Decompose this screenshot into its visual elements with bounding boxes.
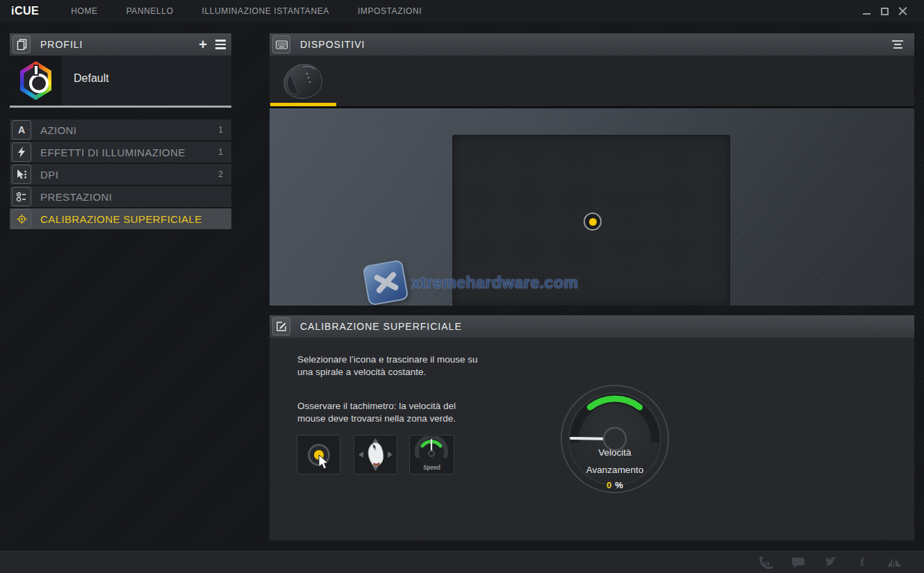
calibration-instruction-2: Osservare il tachimetro: la velocità del… [297, 400, 481, 424]
speed-gauge-thumbnail: Speed [409, 435, 454, 474]
profile-name: Default [74, 72, 109, 85]
twitter-icon[interactable] [821, 555, 839, 570]
devices-panel-header: DISPOSITIVI [270, 33, 914, 56]
nav-illuminazione-istantanea[interactable]: ILLUMINAZIONE ISTANTANEA [202, 6, 329, 16]
profile-item-default[interactable]: Default [10, 56, 231, 106]
profiles-menu-icon[interactable] [215, 40, 226, 49]
calibration-pad [452, 135, 730, 306]
nav-impostazioni[interactable]: IMPOSTAZIONI [358, 6, 422, 16]
window-controls [862, 0, 907, 22]
profile-avatar [10, 56, 62, 106]
gauge-speed-label: Velocità [559, 447, 670, 458]
performance-sliders-icon [12, 187, 31, 206]
calibration-section-header: CALIBRAZIONE SUPERFICIALE [270, 315, 914, 338]
actions-icon: A [12, 120, 31, 140]
sidebar-item-label: EFFETTI DI ILLUMINAZIONE [40, 147, 218, 158]
speed-gauge: Velocità Avanzamento 0% [559, 383, 670, 495]
calibration-target-icon [12, 209, 31, 229]
add-profile-icon[interactable]: + [199, 38, 207, 51]
bottom-bar: 24 f [0, 551, 924, 573]
xtremehardware-logo-icon [362, 259, 409, 306]
close-icon[interactable] [898, 7, 907, 16]
corsair-logo-icon[interactable] [885, 555, 903, 570]
profiles-divider [10, 106, 231, 108]
gauge-progress-value-row: 0% [559, 480, 670, 490]
svg-text:24: 24 [764, 560, 770, 567]
calibration-section-title: CALIBRAZIONE SUPERFICIALE [300, 321, 462, 332]
sidebar-item-effetti-illuminazione[interactable]: EFFETTI DI ILLUMINAZIONE 1 [10, 142, 231, 163]
sidebar-item-label: DPI [40, 169, 218, 181]
mini-gauge-label: Speed [410, 464, 454, 471]
item-count-badge: 1 [218, 125, 223, 135]
edit-icon [272, 317, 290, 335]
item-count-badge: 1 [218, 147, 223, 157]
progress-value: 0 [607, 480, 611, 490]
progress-unit: % [615, 480, 623, 490]
icue-profile-logo-icon [19, 61, 53, 100]
support-24-icon[interactable]: 24 [757, 555, 775, 570]
mouse-cursor-icon [318, 454, 330, 471]
facebook-icon[interactable]: f [853, 555, 871, 570]
device-content-area: xtremehardware.com [270, 108, 914, 306]
devices-panel-title: DISPOSITIVI [300, 39, 365, 50]
profiles-panel-title: PROFILI [40, 39, 83, 50]
main-nav: HOME PANNELLO ILLUMINAZIONE ISTANTANEA I… [71, 6, 422, 16]
titlebar: iCUE HOME PANNELLO ILLUMINAZIONE ISTANTA… [0, 0, 924, 22]
sidebar-item-label: AZIONI [40, 124, 218, 136]
icue-logo: iCUE [11, 5, 39, 17]
calibration-instruction-1: Selezionare l’icona e trascinare il mous… [297, 354, 481, 378]
device-tabstrip [270, 56, 914, 107]
sidebar-item-calibrazione-superficiale[interactable]: CALIBRAZIONE SUPERFICIALE [10, 208, 231, 229]
calibration-content: Selezionare l’icona e trascinare il mous… [270, 338, 914, 540]
device-sort-icon[interactable] [892, 40, 903, 49]
sidebar-item-label: PRESTAZIONI [40, 191, 223, 203]
sidebar-item-azioni[interactable]: A AZIONI 1 [10, 119, 231, 140]
move-mouse-thumbnail [354, 435, 397, 474]
speed-gauge-dial [559, 383, 670, 495]
sidebar-item-label: CALIBRAZIONE SUPERFICIALE [40, 213, 223, 225]
tabstrip-edge [270, 106, 914, 108]
dpi-cursor-icon [12, 165, 31, 184]
gauge-progress-label: Avanzamento [559, 465, 670, 475]
maximize-icon[interactable] [880, 7, 889, 16]
profiles-icon [13, 35, 31, 53]
app-window: iCUE HOME PANNELLO ILLUMINAZIONE ISTANTA… [0, 0, 924, 573]
minimize-icon[interactable] [862, 7, 871, 16]
calibration-dot[interactable] [584, 213, 602, 231]
mouse-move-icon [356, 437, 395, 472]
chat-icon[interactable] [789, 555, 807, 570]
calibration-drag-icon-thumbnail[interactable] [297, 435, 340, 474]
item-count-badge: 2 [218, 169, 223, 179]
profiles-panel-header: PROFILI + [10, 33, 231, 56]
mouse-device-image [274, 60, 333, 101]
nav-home[interactable]: HOME [71, 6, 97, 16]
sidebar-item-prestazioni[interactable]: PRESTAZIONI [10, 186, 231, 207]
lightning-icon [12, 142, 31, 162]
keyboard-icon [272, 35, 290, 53]
device-tab-mouse[interactable] [270, 58, 336, 103]
nav-pannello[interactable]: PANNELLO [126, 6, 174, 16]
sidebar-item-dpi[interactable]: DPI 2 [10, 164, 231, 185]
